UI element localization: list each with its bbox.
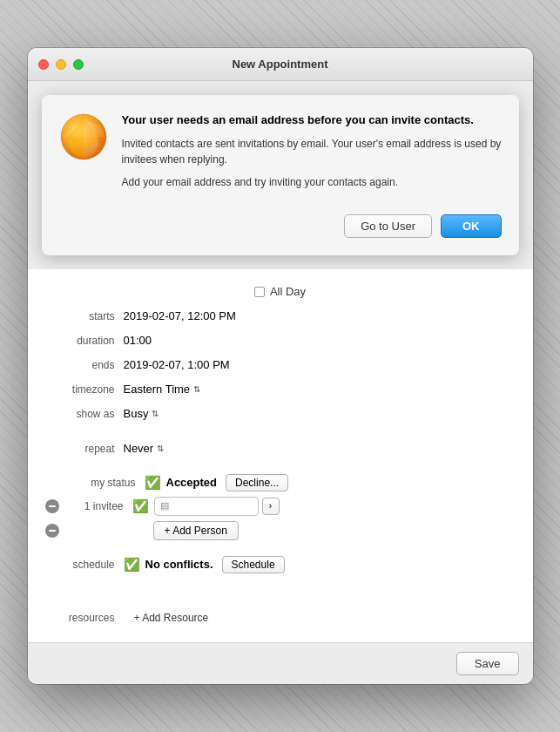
timezone-label: timezone	[45, 383, 115, 396]
ends-value[interactable]: 2019-02-07, 1:00 PM	[124, 358, 230, 371]
accepted-status: Accepted	[166, 476, 218, 489]
resources-label: resources	[45, 612, 115, 624]
traffic-lights	[38, 59, 84, 70]
schedule-row: schedule ✅ No conflicts. Schedule	[28, 553, 533, 576]
allday-row: All Day	[28, 280, 533, 304]
mystatus-check-icon: ✅	[145, 475, 161, 491]
bottom-bar: Save	[28, 642, 533, 684]
alert-dialog: Your user needs an email address before …	[42, 95, 519, 254]
spacer-bottom	[28, 576, 533, 597]
schedule-label: schedule	[45, 559, 115, 571]
allday-checkbox[interactable]	[254, 287, 265, 297]
window-title: New Appointment	[232, 58, 327, 71]
save-button[interactable]: Save	[456, 652, 519, 675]
repeat-row: repeat Never ⇅	[28, 437, 533, 461]
separator3	[28, 543, 533, 553]
showas-chevron-icon: ⇅	[152, 409, 159, 418]
alert-content-area: Your user needs an email address before …	[59, 112, 502, 196]
timezone-select[interactable]: Eastern Time ⇅	[124, 383, 201, 396]
add-resource-button[interactable]: + Add Resource	[124, 609, 219, 627]
alert-icon	[59, 112, 108, 161]
starts-label: starts	[45, 310, 115, 322]
alert-body1: Invited contacts are sent invitations by…	[122, 136, 502, 167]
ends-label: ends	[45, 359, 115, 371]
showas-label: show as	[45, 408, 115, 420]
separator2	[28, 461, 533, 471]
ok-button[interactable]: OK	[441, 214, 502, 238]
invitee-field[interactable]: ▤	[154, 497, 259, 516]
appointment-form: All Day starts 2019-02-07, 12:00 PM dura…	[28, 269, 533, 642]
timezone-row: timezone Eastern Time ⇅	[28, 377, 533, 402]
maximize-button[interactable]	[73, 59, 84, 70]
mystatus-label: my status	[66, 477, 136, 489]
decline-button[interactable]: Decline...	[226, 474, 288, 491]
titlebar: New Appointment	[28, 48, 533, 81]
starts-value[interactable]: 2019-02-07, 12:00 PM	[124, 309, 236, 322]
alert-text-area: Your user needs an email address before …	[122, 112, 502, 196]
invitee-count-label: 1 invitee	[66, 500, 124, 512]
timezone-chevron-icon: ⇅	[193, 384, 200, 394]
remove-invitee-button[interactable]	[45, 499, 59, 513]
showas-value: Busy	[124, 407, 149, 420]
repeat-chevron-icon: ⇅	[157, 444, 164, 453]
no-conflicts-text: No conflicts.	[145, 558, 213, 571]
resources-row: resources + Add Resource	[28, 604, 533, 632]
duration-value[interactable]: 01:00	[124, 334, 152, 347]
starts-row: starts 2019-02-07, 12:00 PM	[28, 304, 533, 329]
alert-buttons: Go to User OK	[59, 214, 502, 238]
invitee-expand-button[interactable]: ›	[262, 498, 280, 515]
addperson-row: + Add Person	[28, 518, 533, 543]
showas-select[interactable]: Busy ⇅	[124, 407, 159, 420]
timezone-value: Eastern Time	[124, 383, 191, 396]
mystatus-row: my status ✅ Accepted Decline...	[28, 471, 533, 494]
goto-user-button[interactable]: Go to User	[344, 214, 432, 238]
repeat-value: Never	[124, 442, 154, 455]
allday-label: All Day	[270, 285, 306, 298]
duration-row: duration 01:00	[28, 329, 533, 353]
remove-invitee2-button[interactable]	[45, 524, 59, 538]
schedule-check-icon: ✅	[124, 557, 140, 573]
showas-row: show as Busy ⇅	[28, 402, 533, 426]
alert-title: Your user needs an email address before …	[122, 112, 502, 128]
duration-label: duration	[45, 335, 115, 347]
allday-checkbox-label[interactable]: All Day	[254, 285, 306, 298]
separator1	[28, 426, 533, 437]
add-person-button[interactable]: + Add Person	[153, 521, 239, 540]
repeat-label: repeat	[45, 443, 115, 455]
invitee-row: 1 invitee ✅ ▤ ›	[28, 494, 533, 518]
invitee-check-icon: ✅	[132, 498, 149, 514]
invitee-card-icon: ▤	[160, 500, 169, 512]
repeat-select[interactable]: Never ⇅	[124, 442, 165, 455]
close-button[interactable]	[38, 59, 49, 70]
schedule-button[interactable]: Schedule	[222, 556, 285, 573]
minimize-button[interactable]	[56, 59, 66, 70]
ends-row: ends 2019-02-07, 1:00 PM	[28, 353, 533, 377]
alert-body2: Add your email address and try inviting …	[122, 174, 502, 190]
main-window: New Appointment	[28, 48, 533, 683]
